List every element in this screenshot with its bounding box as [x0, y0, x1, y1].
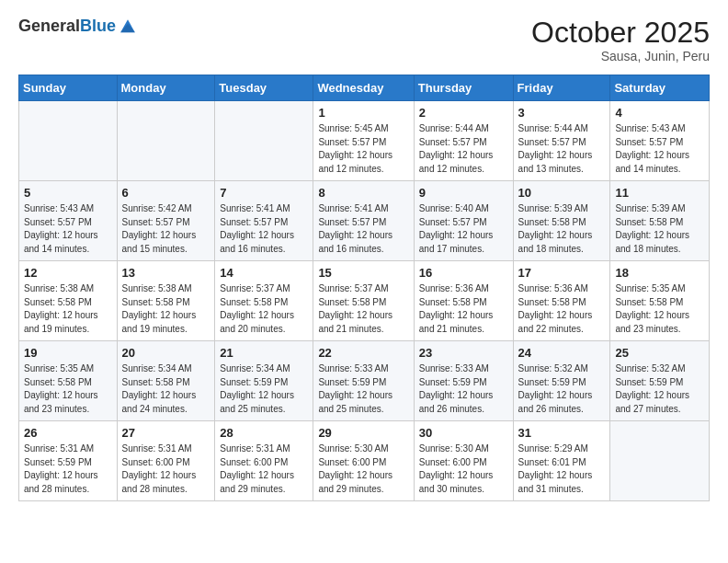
day-info: Sunrise: 5:33 AM Sunset: 5:59 PM Dayligh… [318, 362, 408, 416]
location-subtitle: Sausa, Junin, Peru [531, 49, 710, 63]
day-cell: 14Sunrise: 5:37 AM Sunset: 5:58 PM Dayli… [215, 261, 313, 341]
day-number: 2 [419, 106, 508, 120]
day-info: Sunrise: 5:32 AM Sunset: 5:59 PM Dayligh… [518, 362, 606, 416]
day-cell: 15Sunrise: 5:37 AM Sunset: 5:58 PM Dayli… [313, 261, 414, 341]
day-cell: 11Sunrise: 5:39 AM Sunset: 5:58 PM Dayli… [610, 181, 710, 261]
day-cell: 27Sunrise: 5:31 AM Sunset: 6:00 PM Dayli… [117, 421, 215, 501]
day-info: Sunrise: 5:35 AM Sunset: 5:58 PM Dayligh… [615, 282, 704, 336]
day-cell: 18Sunrise: 5:35 AM Sunset: 5:58 PM Dayli… [610, 261, 710, 341]
day-cell: 28Sunrise: 5:31 AM Sunset: 6:00 PM Dayli… [215, 421, 313, 501]
week-row-4: 19Sunrise: 5:35 AM Sunset: 5:58 PM Dayli… [19, 341, 710, 421]
day-info: Sunrise: 5:37 AM Sunset: 5:58 PM Dayligh… [318, 282, 408, 336]
day-cell: 24Sunrise: 5:32 AM Sunset: 5:59 PM Dayli… [513, 341, 610, 421]
day-cell: 16Sunrise: 5:36 AM Sunset: 5:58 PM Dayli… [414, 261, 513, 341]
col-saturday: Saturday [610, 75, 710, 101]
day-cell: 9Sunrise: 5:40 AM Sunset: 5:57 PM Daylig… [414, 181, 513, 261]
day-number: 9 [419, 186, 508, 200]
day-cell [215, 101, 313, 181]
day-number: 27 [122, 426, 210, 440]
day-cell: 10Sunrise: 5:39 AM Sunset: 5:58 PM Dayli… [513, 181, 610, 261]
day-info: Sunrise: 5:36 AM Sunset: 5:58 PM Dayligh… [419, 282, 508, 336]
day-number: 23 [419, 346, 508, 360]
day-info: Sunrise: 5:39 AM Sunset: 5:58 PM Dayligh… [518, 202, 606, 256]
day-number: 13 [122, 266, 210, 280]
day-cell: 19Sunrise: 5:35 AM Sunset: 5:58 PM Dayli… [19, 341, 118, 421]
day-number: 17 [518, 266, 606, 280]
calendar-table: Sunday Monday Tuesday Wednesday Thursday… [18, 75, 710, 501]
day-cell [19, 101, 118, 181]
day-number: 29 [318, 426, 408, 440]
col-sunday: Sunday [19, 75, 118, 101]
day-cell: 3Sunrise: 5:44 AM Sunset: 5:57 PM Daylig… [513, 101, 610, 181]
day-cell: 17Sunrise: 5:36 AM Sunset: 5:58 PM Dayli… [513, 261, 610, 341]
day-number: 31 [518, 426, 606, 440]
day-info: Sunrise: 5:41 AM Sunset: 5:57 PM Dayligh… [318, 202, 408, 256]
col-monday: Monday [117, 75, 215, 101]
day-number: 28 [220, 426, 308, 440]
day-info: Sunrise: 5:36 AM Sunset: 5:58 PM Dayligh… [518, 282, 606, 336]
day-number: 14 [220, 266, 308, 280]
page: GeneralBlue October 2025 Sausa, Junin, P… [0, 0, 728, 518]
logo: GeneralBlue [18, 17, 138, 37]
day-cell: 26Sunrise: 5:31 AM Sunset: 5:59 PM Dayli… [19, 421, 118, 501]
day-cell: 21Sunrise: 5:34 AM Sunset: 5:59 PM Dayli… [215, 341, 313, 421]
day-info: Sunrise: 5:34 AM Sunset: 5:59 PM Dayligh… [220, 362, 308, 416]
day-info: Sunrise: 5:44 AM Sunset: 5:57 PM Dayligh… [419, 122, 508, 176]
day-info: Sunrise: 5:40 AM Sunset: 5:57 PM Dayligh… [419, 202, 508, 256]
svg-marker-1 [120, 24, 135, 32]
day-cell: 2Sunrise: 5:44 AM Sunset: 5:57 PM Daylig… [414, 101, 513, 181]
day-number: 1 [318, 106, 408, 120]
day-cell [117, 101, 215, 181]
day-number: 8 [318, 186, 408, 200]
col-tuesday: Tuesday [215, 75, 313, 101]
header: GeneralBlue October 2025 Sausa, Junin, P… [18, 17, 710, 63]
day-number: 3 [518, 106, 606, 120]
logo-general: GeneralBlue [18, 17, 116, 36]
day-info: Sunrise: 5:43 AM Sunset: 5:57 PM Dayligh… [24, 202, 112, 256]
day-info: Sunrise: 5:34 AM Sunset: 5:58 PM Dayligh… [122, 362, 210, 416]
day-cell: 8Sunrise: 5:41 AM Sunset: 5:57 PM Daylig… [313, 181, 414, 261]
col-friday: Friday [513, 75, 610, 101]
title-block: October 2025 Sausa, Junin, Peru [531, 17, 710, 63]
day-cell: 4Sunrise: 5:43 AM Sunset: 5:57 PM Daylig… [610, 101, 710, 181]
day-info: Sunrise: 5:44 AM Sunset: 5:57 PM Dayligh… [518, 122, 606, 176]
day-info: Sunrise: 5:38 AM Sunset: 5:58 PM Dayligh… [122, 282, 210, 336]
day-cell: 6Sunrise: 5:42 AM Sunset: 5:57 PM Daylig… [117, 181, 215, 261]
day-info: Sunrise: 5:31 AM Sunset: 5:59 PM Dayligh… [24, 442, 112, 496]
day-number: 24 [518, 346, 606, 360]
day-info: Sunrise: 5:29 AM Sunset: 6:01 PM Dayligh… [518, 442, 606, 496]
day-cell [610, 421, 710, 501]
week-row-5: 26Sunrise: 5:31 AM Sunset: 5:59 PM Dayli… [19, 421, 710, 501]
day-info: Sunrise: 5:35 AM Sunset: 5:58 PM Dayligh… [24, 362, 112, 416]
col-wednesday: Wednesday [313, 75, 414, 101]
day-number: 26 [24, 426, 112, 440]
day-number: 5 [24, 186, 112, 200]
day-cell: 12Sunrise: 5:38 AM Sunset: 5:58 PM Dayli… [19, 261, 118, 341]
day-number: 30 [419, 426, 508, 440]
day-info: Sunrise: 5:43 AM Sunset: 5:57 PM Dayligh… [615, 122, 704, 176]
day-number: 6 [122, 186, 210, 200]
day-cell: 1Sunrise: 5:45 AM Sunset: 5:57 PM Daylig… [313, 101, 414, 181]
day-number: 7 [220, 186, 308, 200]
day-info: Sunrise: 5:38 AM Sunset: 5:58 PM Dayligh… [24, 282, 112, 336]
day-number: 12 [24, 266, 112, 280]
day-cell: 25Sunrise: 5:32 AM Sunset: 5:59 PM Dayli… [610, 341, 710, 421]
day-info: Sunrise: 5:32 AM Sunset: 5:59 PM Dayligh… [615, 362, 704, 416]
week-row-1: 1Sunrise: 5:45 AM Sunset: 5:57 PM Daylig… [19, 101, 710, 181]
day-cell: 22Sunrise: 5:33 AM Sunset: 5:59 PM Dayli… [313, 341, 414, 421]
day-cell: 13Sunrise: 5:38 AM Sunset: 5:58 PM Dayli… [117, 261, 215, 341]
day-cell: 29Sunrise: 5:30 AM Sunset: 6:00 PM Dayli… [313, 421, 414, 501]
day-cell: 23Sunrise: 5:33 AM Sunset: 5:59 PM Dayli… [414, 341, 513, 421]
day-cell: 7Sunrise: 5:41 AM Sunset: 5:57 PM Daylig… [215, 181, 313, 261]
logo-icon [118, 17, 138, 37]
day-number: 22 [318, 346, 408, 360]
day-number: 4 [615, 106, 704, 120]
day-number: 15 [318, 266, 408, 280]
day-cell: 31Sunrise: 5:29 AM Sunset: 6:01 PM Dayli… [513, 421, 610, 501]
week-row-2: 5Sunrise: 5:43 AM Sunset: 5:57 PM Daylig… [19, 181, 710, 261]
day-cell: 30Sunrise: 5:30 AM Sunset: 6:00 PM Dayli… [414, 421, 513, 501]
day-number: 10 [518, 186, 606, 200]
day-info: Sunrise: 5:45 AM Sunset: 5:57 PM Dayligh… [318, 122, 408, 176]
day-info: Sunrise: 5:37 AM Sunset: 5:58 PM Dayligh… [220, 282, 308, 336]
day-info: Sunrise: 5:42 AM Sunset: 5:57 PM Dayligh… [122, 202, 210, 256]
